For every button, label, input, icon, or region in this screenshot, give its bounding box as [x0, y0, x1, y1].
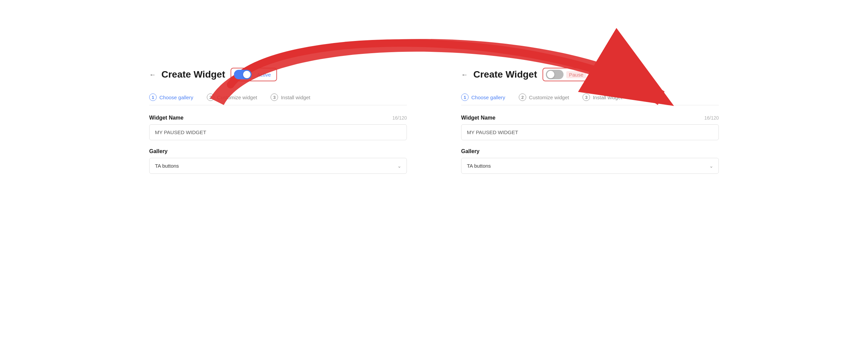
left-widget-name-header: Widget Name 16/120 [149, 115, 407, 121]
right-panel-title: Create Widget [473, 69, 537, 80]
right-widget-name-label: Widget Name [461, 115, 495, 121]
right-gallery-header: Gallery [461, 148, 719, 154]
left-panel-title: Create Widget [161, 69, 225, 80]
right-panel-header: ← Create Widget Pause [461, 68, 719, 81]
right-gallery-select-wrapper: TA buttons ⌄ [461, 158, 719, 174]
left-tab-3-label: Install widget [281, 95, 310, 100]
left-toggle-knob [243, 71, 251, 78]
right-tab-2-label: Customize widget [529, 95, 569, 100]
right-widget-name-header: Widget Name 16/120 [461, 115, 719, 121]
left-tab-2[interactable]: 2 Customize widget [207, 89, 264, 105]
right-tab-1-num: 1 [461, 93, 469, 101]
right-tab-2[interactable]: 2 Customize widget [519, 89, 576, 105]
right-toggle-container: Pause [542, 68, 590, 81]
left-tab-2-label: Customize widget [217, 95, 257, 100]
arrow-overlay [0, 0, 868, 356]
left-gallery-header: Gallery [149, 148, 407, 154]
left-toggle-switch[interactable] [234, 70, 252, 79]
right-gallery-section: Gallery TA buttons ⌄ [461, 148, 719, 174]
right-tab-1[interactable]: 1 Choose gallery [461, 89, 512, 105]
right-widget-name-input[interactable] [461, 124, 719, 140]
right-tab-3[interactable]: 3 Install widget [583, 89, 629, 105]
left-widget-name-label: Widget Name [149, 115, 183, 121]
right-status-badge: Pause [566, 71, 586, 78]
right-toggle-knob [547, 71, 554, 78]
right-gallery-select[interactable]: TA buttons [461, 158, 719, 174]
page-wrapper: ← Create Widget Active 1 Choose gallery … [0, 0, 868, 356]
left-gallery-select-wrapper: TA buttons ⌄ [149, 158, 407, 174]
left-widget-name-counter: 16/120 [392, 115, 407, 121]
left-gallery-select[interactable]: TA buttons [149, 158, 407, 174]
left-tab-1-num: 1 [149, 93, 157, 101]
left-tab-2-num: 2 [207, 93, 214, 101]
right-widget-name-section: Widget Name 16/120 [461, 115, 719, 140]
left-panel-header: ← Create Widget Active [149, 68, 407, 81]
right-gallery-label: Gallery [461, 148, 479, 154]
left-tabs: 1 Choose gallery 2 Customize widget 3 In… [149, 89, 407, 105]
left-tab-1-label: Choose gallery [159, 95, 193, 100]
left-widget-name-input[interactable] [149, 124, 407, 140]
left-tab-3-num: 3 [271, 93, 278, 101]
left-gallery-section: Gallery TA buttons ⌄ [149, 148, 407, 174]
left-tab-3[interactable]: 3 Install widget [271, 89, 317, 105]
right-tab-2-num: 2 [519, 93, 526, 101]
left-panel: ← Create Widget Active 1 Choose gallery … [149, 68, 407, 182]
right-panel: ← Create Widget Pause 1 Choose gallery 2… [461, 68, 719, 182]
left-tab-1[interactable]: 1 Choose gallery [149, 89, 200, 105]
left-gallery-label: Gallery [149, 148, 167, 154]
right-tab-3-label: Install widget [593, 95, 622, 100]
left-status-badge: Active [254, 71, 274, 78]
right-widget-name-counter: 16/120 [704, 115, 719, 121]
left-widget-name-section: Widget Name 16/120 [149, 115, 407, 140]
right-toggle-switch[interactable] [546, 70, 564, 79]
right-tab-1-label: Choose gallery [471, 95, 505, 100]
right-tabs: 1 Choose gallery 2 Customize widget 3 In… [461, 89, 719, 105]
left-back-button[interactable]: ← [149, 71, 156, 79]
right-tab-3-num: 3 [583, 93, 590, 101]
left-toggle-container: Active [231, 68, 277, 81]
right-back-button[interactable]: ← [461, 71, 468, 79]
